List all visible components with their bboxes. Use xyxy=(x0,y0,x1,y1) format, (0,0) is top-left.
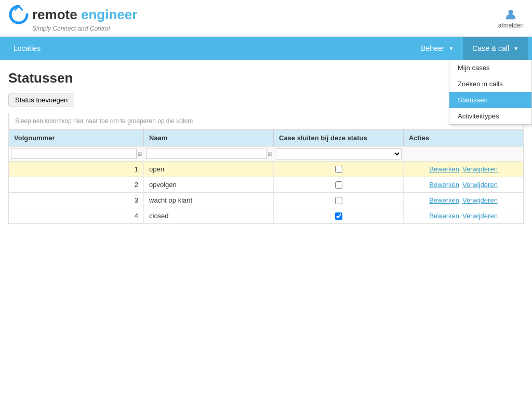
cell-volgnummer: 3 xyxy=(9,193,144,208)
dropdown-zoeken-in-calls[interactable]: Zoeken in calls xyxy=(449,76,531,92)
nav-locaties[interactable]: Locaties xyxy=(4,37,50,60)
filter-icon-volgnummer[interactable]: ⊞ xyxy=(138,151,142,157)
navbar: Locaties Beheer ▼ Case & call ▼ Mijn cas… xyxy=(0,37,532,60)
cell-case-sluiten xyxy=(274,162,404,177)
nav-beheer[interactable]: Beheer ▼ xyxy=(411,37,463,60)
cell-naam: opvolgen xyxy=(144,177,274,193)
case-call-dropdown-menu: Mijn cases Zoeken in calls Statussen Act… xyxy=(449,60,532,125)
nav-case-call[interactable]: Case & call ▼ xyxy=(463,37,528,60)
filter-icon-naam[interactable]: ⊞ xyxy=(268,151,272,157)
logo-remote: remote xyxy=(32,7,77,22)
beheer-dropdown-arrow: ▼ xyxy=(448,46,454,51)
verwijderen-link[interactable]: Verwijderen xyxy=(462,181,498,189)
col-header-volgnummer: Volgnummer xyxy=(9,130,144,146)
col-header-naam: Naam xyxy=(144,130,274,146)
logo-icon xyxy=(8,4,29,25)
user-icon xyxy=(503,7,518,22)
cell-case-sluiten xyxy=(274,193,404,208)
table-header-row: Volgnummer Naam Case sluiten bij deze st… xyxy=(9,130,524,146)
page-title: Statussen xyxy=(8,70,524,86)
cell-naam: wacht op klant xyxy=(144,193,274,208)
dropdown-mijn-cases[interactable]: Mijn cases xyxy=(449,60,531,76)
col-header-acties: Acties xyxy=(404,130,524,146)
cell-naam: open xyxy=(144,162,274,177)
filter-input-volgnummer[interactable] xyxy=(11,149,137,159)
table-row: 4closedBewerkenVerwijderen xyxy=(9,208,524,224)
filter-cell-volgnummer: ⊞ xyxy=(9,146,144,162)
case-sluiten-checkbox[interactable] xyxy=(335,181,342,189)
table-row: 3wacht op klantBewerkenVerwijderen xyxy=(9,193,524,208)
bewerken-link[interactable]: Bewerken xyxy=(429,212,459,220)
table-row: 1openBewerkenVerwijderen xyxy=(9,162,524,177)
logo-main: remote engineer xyxy=(8,4,137,25)
cell-volgnummer: 2 xyxy=(9,177,144,193)
logo-engineer: engineer xyxy=(81,7,137,22)
cell-case-sluiten xyxy=(274,208,404,224)
case-call-dropdown-arrow: ▼ xyxy=(513,46,518,51)
filter-select-case-sluiten[interactable]: Ja Nee xyxy=(276,148,402,159)
filter-cell-case-sluiten: Ja Nee xyxy=(274,146,404,162)
verwijderen-link[interactable]: Verwijderen xyxy=(462,212,498,220)
nav-right: Beheer ▼ Case & call ▼ xyxy=(411,37,528,60)
filter-input-naam[interactable] xyxy=(146,149,267,159)
verwijderen-link[interactable]: Verwijderen xyxy=(462,165,498,173)
case-sluiten-checkbox[interactable] xyxy=(335,166,342,173)
bewerken-link[interactable]: Bewerken xyxy=(429,196,459,204)
cell-naam: closed xyxy=(144,208,274,224)
dropdown-activiteittypes[interactable]: Activiteittypes xyxy=(449,108,531,124)
cell-acties: BewerkenVerwijderen xyxy=(404,177,524,193)
filter-cell-naam: ⊞ xyxy=(144,146,274,162)
case-sluiten-checkbox[interactable] xyxy=(335,212,342,220)
svg-point-0 xyxy=(509,10,513,15)
bewerken-link[interactable]: Bewerken xyxy=(429,165,459,173)
afmelden-label[interactable]: afmelden xyxy=(498,22,524,29)
logo-tagline: Simply Connect and Control xyxy=(32,25,137,32)
filter-cell-acties xyxy=(404,146,524,162)
cell-volgnummer: 4 xyxy=(9,208,144,224)
logo-area: remote engineer Simply Connect and Contr… xyxy=(8,4,137,32)
cell-volgnummer: 1 xyxy=(9,162,144,177)
header: remote engineer Simply Connect and Contr… xyxy=(0,0,532,37)
table-filter-row: ⊞ ⊞ Ja Nee xyxy=(9,146,524,162)
table-row: 2opvolgenBewerkenVerwijderen xyxy=(9,177,524,193)
group-bar: Sleep een kolomkop hier naar toe om te g… xyxy=(8,113,524,129)
dropdown-statussen[interactable]: Statussen xyxy=(449,92,531,108)
table-body: 1openBewerkenVerwijderen2opvolgenBewerke… xyxy=(9,162,524,224)
case-sluiten-checkbox[interactable] xyxy=(335,197,342,204)
logo-text: remote engineer xyxy=(32,7,137,23)
cell-acties: BewerkenVerwijderen xyxy=(404,193,524,208)
add-status-button[interactable]: Status toevoegen xyxy=(8,94,74,106)
cell-acties: BewerkenVerwijderen xyxy=(404,208,524,224)
statussen-table: Volgnummer Naam Case sluiten bij deze st… xyxy=(8,129,524,224)
user-area[interactable]: afmelden xyxy=(498,7,524,29)
cell-case-sluiten xyxy=(274,177,404,193)
col-header-case-sluiten: Case sluiten bij deze status xyxy=(274,130,404,146)
bewerken-link[interactable]: Bewerken xyxy=(429,181,459,189)
verwijderen-link[interactable]: Verwijderen xyxy=(462,196,498,204)
cell-acties: BewerkenVerwijderen xyxy=(404,162,524,177)
